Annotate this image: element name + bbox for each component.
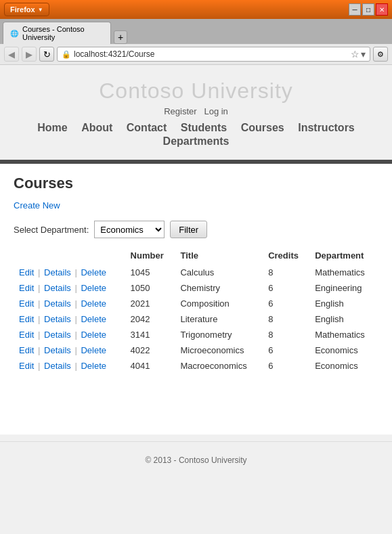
close-button[interactable]: ✕ (376, 3, 388, 16)
course-title: Composition (175, 296, 263, 311)
row-actions: Edit | Details | Delete (14, 327, 125, 342)
site-title: Contoso University (0, 79, 392, 104)
edit-link[interactable]: Edit (19, 267, 34, 277)
minimize-button[interactable]: ─ (349, 3, 361, 16)
header-credits: Credits (263, 248, 309, 265)
title-bar: Firefox ▼ ─ □ ✕ (0, 0, 392, 19)
course-number: 4041 (125, 358, 175, 374)
table-row: Edit | Details | Delete 2042 Literature … (14, 311, 378, 327)
delete-link[interactable]: Delete (81, 267, 106, 277)
tools-button[interactable]: ⚙ (373, 47, 388, 62)
address-text: localhost:4321/Course (74, 49, 154, 59)
bookmark-star-icon[interactable]: ☆ (351, 49, 360, 60)
nav-students[interactable]: Students (181, 122, 227, 133)
address-bar[interactable]: 🔒 localhost:4321/Course ☆ ▾ (57, 47, 370, 62)
delete-link[interactable]: Delete (81, 345, 106, 355)
course-department: Mathematics (309, 327, 378, 342)
table-row: Edit | Details | Delete 4041 Macroeconom… (14, 358, 378, 374)
edit-link[interactable]: Edit (19, 314, 34, 324)
course-title: Microeconomics (175, 342, 263, 358)
nav-instructors[interactable]: Instructors (298, 122, 355, 133)
table-row: Edit | Details | Delete 3141 Trigonometr… (14, 327, 378, 342)
sep1: | (38, 267, 40, 277)
filter-row: Select Department: Economics Mathematics… (14, 221, 378, 238)
courses-table: Number Title Credits Department Edit | D… (14, 248, 378, 374)
edit-link[interactable]: Edit (19, 298, 34, 309)
delete-link[interactable]: Delete (81, 361, 106, 371)
course-number: 4022 (125, 342, 175, 358)
course-number: 2021 (125, 296, 175, 311)
table-row: Edit | Details | Delete 4022 Microeconom… (14, 342, 378, 358)
delete-link[interactable]: Delete (81, 283, 106, 293)
details-link[interactable]: Details (44, 298, 71, 309)
course-credits: 6 (263, 342, 309, 358)
details-link[interactable]: Details (44, 330, 71, 340)
header-department: Department (309, 248, 378, 265)
nav-courses[interactable]: Courses (241, 122, 284, 133)
sep2: | (74, 330, 77, 340)
course-number: 1045 (125, 265, 175, 280)
create-new-link[interactable]: Create New (14, 200, 60, 210)
sep2: | (74, 361, 77, 371)
edit-link[interactable]: Edit (19, 283, 34, 293)
course-department: Mathematics (309, 265, 378, 280)
course-title: Chemistry (175, 280, 263, 296)
login-link[interactable]: Log in (204, 106, 227, 116)
page-content: Contoso University Register Log in Home … (0, 65, 392, 534)
delete-link[interactable]: Delete (81, 330, 106, 340)
refresh-button[interactable]: ↻ (39, 47, 54, 62)
maximize-button[interactable]: □ (362, 3, 374, 16)
edit-link[interactable]: Edit (19, 345, 34, 355)
firefox-button[interactable]: Firefox ▼ (4, 3, 49, 16)
edit-link[interactable]: Edit (19, 361, 34, 371)
nav-home[interactable]: Home (37, 122, 67, 133)
sep1: | (38, 361, 40, 371)
nav-contact[interactable]: Contact (127, 122, 167, 133)
firefox-label: Firefox (10, 5, 35, 14)
window-controls: ─ □ ✕ (349, 3, 388, 16)
row-actions: Edit | Details | Delete (14, 280, 125, 296)
sep2: | (74, 298, 77, 309)
details-link[interactable]: Details (44, 267, 71, 277)
nav-about[interactable]: About (81, 122, 112, 133)
details-link[interactable]: Details (44, 314, 71, 324)
details-link[interactable]: Details (44, 283, 71, 293)
tab-favicon-icon: 🌐 (10, 30, 18, 37)
tab-bar: 🌐 Courses - Contoso University + (0, 19, 392, 44)
forward-button[interactable]: ▶ (22, 47, 37, 62)
details-link[interactable]: Details (44, 345, 71, 355)
nav-departments[interactable]: Departments (163, 135, 230, 147)
row-actions: Edit | Details | Delete (14, 342, 125, 358)
secondary-nav: Departments (0, 135, 392, 148)
navigation-bar: ◀ ▶ ↻ 🔒 localhost:4321/Course ☆ ▾ ⚙ (0, 44, 392, 65)
course-department: English (309, 311, 378, 327)
course-department: Economics (309, 358, 378, 374)
edit-link[interactable]: Edit (19, 330, 34, 340)
delete-link[interactable]: Delete (81, 314, 106, 324)
table-row: Edit | Details | Delete 1045 Calculus 8 … (14, 265, 378, 280)
course-number: 1050 (125, 280, 175, 296)
toolbar-right: ⚙ (373, 47, 388, 62)
address-dropdown-icon[interactable]: ▾ (361, 49, 366, 60)
details-link[interactable]: Details (44, 361, 71, 371)
filter-button[interactable]: Filter (170, 221, 207, 238)
filter-label: Select Department: (14, 225, 89, 235)
sep1: | (38, 345, 40, 355)
new-tab-button[interactable]: + (114, 30, 127, 44)
delete-link[interactable]: Delete (81, 298, 106, 309)
header-actions (14, 248, 125, 265)
active-tab[interactable]: 🌐 Courses - Contoso University (3, 22, 111, 44)
browser-chrome: Firefox ▼ ─ □ ✕ 🌐 Courses - Contoso Univ… (0, 0, 392, 65)
department-select[interactable]: Economics Mathematics Engineering Englis… (94, 221, 165, 238)
table-header-row: Number Title Credits Department (14, 248, 378, 265)
sep1: | (38, 298, 40, 309)
course-number: 2042 (125, 311, 175, 327)
tab-title: Courses - Contoso University (22, 25, 104, 41)
sep1: | (38, 330, 40, 340)
row-actions: Edit | Details | Delete (14, 296, 125, 311)
row-actions: Edit | Details | Delete (14, 265, 125, 280)
back-button[interactable]: ◀ (4, 47, 19, 62)
create-new-container: Create New (14, 199, 378, 211)
register-link[interactable]: Register (164, 106, 196, 116)
course-department: Economics (309, 342, 378, 358)
